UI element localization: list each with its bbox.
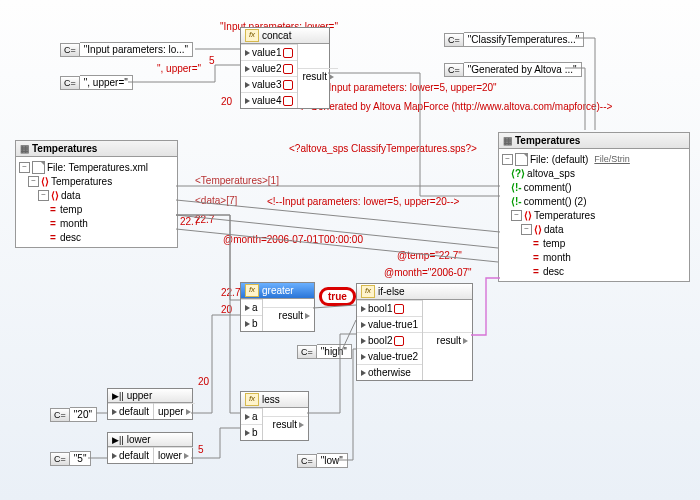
label-22c: 22.7	[221, 287, 240, 298]
comment-icon: ⟨!-	[511, 182, 522, 193]
input-icon: ▶||	[112, 391, 124, 401]
label-month-attr: @month="2006-07"	[384, 267, 472, 278]
less-a[interactable]: a	[241, 408, 262, 424]
func-greater-head[interactable]: fxgreater	[241, 283, 314, 299]
root-row[interactable]: −⟨⟩Temperatures	[501, 208, 687, 222]
ifelse-result[interactable]: result	[423, 332, 472, 348]
greater-result[interactable]: result	[263, 307, 314, 323]
concat-v2[interactable]: value2	[241, 60, 297, 76]
label-comma-upper: ", upper="	[157, 63, 201, 74]
concat-v1[interactable]: value1	[241, 44, 297, 60]
func-less[interactable]: fxless a b result	[240, 391, 309, 441]
concat-v4[interactable]: value4	[241, 92, 297, 108]
const-btn[interactable]: C=	[60, 43, 80, 57]
left-temperatures-panel[interactable]: ▦Temperatures −File: Temperatures.xml −⟨…	[15, 140, 178, 248]
label-sps: <?altova_sps ClassifyTemperatures.sps?>	[289, 143, 477, 154]
desc-row[interactable]: =desc	[18, 230, 175, 244]
func-less-head[interactable]: fxless	[241, 392, 308, 408]
func-upper-head[interactable]: ▶||upper	[108, 389, 192, 403]
ifelse-vt2[interactable]: value-true2	[357, 348, 422, 364]
month-row[interactable]: =month	[501, 250, 687, 264]
upper-default[interactable]: default	[108, 403, 153, 419]
const-low[interactable]: C="low"	[297, 453, 348, 468]
data-row[interactable]: −⟨⟩data	[18, 188, 175, 202]
label-temp-attr: @temp="22.7"	[397, 250, 462, 261]
func-concat[interactable]: fxconcat value1 value2 value3 value4 res…	[240, 27, 330, 109]
const-input-params[interactable]: C="Input parameters: lo..."	[60, 42, 193, 57]
upper-out[interactable]: upper	[154, 403, 195, 419]
sps-row[interactable]: ⟨?⟩altova_sps	[501, 166, 687, 180]
ifelse-bool2[interactable]: bool2	[357, 332, 422, 348]
func-lower[interactable]: ▶||lower defaultlower	[107, 432, 193, 464]
file-icon	[515, 153, 528, 166]
less-b[interactable]: b	[241, 424, 262, 440]
label-5a: 5	[209, 55, 215, 66]
right-temperatures-panel[interactable]: ▦Temperatures −File: (default)File/Strin…	[498, 132, 690, 282]
fx-icon: fx	[245, 393, 259, 406]
lower-default[interactable]: default	[108, 447, 153, 463]
comment1-row[interactable]: ⟨!-comment()	[501, 180, 687, 194]
fx-icon: fx	[361, 285, 375, 298]
file-row[interactable]: −File: Temperatures.xml	[18, 160, 175, 174]
ifelse-bool1[interactable]: bool1	[357, 300, 422, 316]
fx-icon: fx	[245, 284, 259, 297]
element-icon: ⟨⟩	[41, 176, 49, 187]
desc-row[interactable]: =desc	[501, 264, 687, 278]
label-20c: 20	[198, 376, 209, 387]
label-data-tag: <data>[7]	[195, 195, 237, 206]
func-concat-head[interactable]: fxconcat	[241, 28, 329, 44]
file-row[interactable]: −File: (default)File/Strin	[501, 152, 687, 166]
ifelse-otherwise[interactable]: otherwise	[357, 364, 422, 380]
func-upper[interactable]: ▶||upper defaultupper	[107, 388, 193, 420]
label-5c: 5	[198, 444, 204, 455]
label-20b: 20	[221, 304, 232, 315]
fx-icon: fx	[245, 29, 259, 42]
attribute-icon: =	[48, 204, 58, 215]
greater-b[interactable]: b	[241, 315, 262, 331]
lower-out[interactable]: lower	[154, 447, 193, 463]
const-comma-upper[interactable]: C=", upper="	[60, 75, 133, 90]
label-generated-full: <!--Generated by Altova MapForce (http:/…	[295, 101, 612, 112]
left-panel-head[interactable]: ▦Temperatures	[16, 141, 177, 157]
temp-row[interactable]: =temp	[18, 202, 175, 216]
file-link[interactable]: File/Strin	[594, 154, 630, 164]
toggle-icon[interactable]: −	[19, 162, 30, 173]
label-temperatures-tag: <Temperatures>[1]	[195, 175, 279, 186]
greater-a[interactable]: a	[241, 299, 262, 315]
ifelse-vt1[interactable]: value-true1	[357, 316, 422, 332]
month-row[interactable]: =month	[18, 216, 175, 230]
const-5[interactable]: C="5"	[50, 451, 91, 466]
func-if-else[interactable]: fxif-else bool1 value-true1 bool2 value-…	[356, 283, 473, 381]
tree-icon: ▦	[503, 135, 512, 146]
input-icon: ▶||	[112, 435, 124, 445]
const-generated[interactable]: C="Generated by Altova ..."	[444, 62, 582, 77]
func-greater[interactable]: fxgreater a b result	[240, 282, 315, 332]
less-result[interactable]: result	[263, 416, 308, 432]
concat-v3[interactable]: value3	[241, 76, 297, 92]
comment2-row[interactable]: ⟨!-comment() (2)	[501, 194, 687, 208]
concat-result[interactable]: result	[298, 68, 337, 84]
label-input-params-full: "Input parameters: lower=5, upper=20"	[325, 82, 497, 93]
file-icon	[32, 161, 45, 174]
const-20[interactable]: C="20"	[50, 407, 97, 422]
label-22b: 22.7	[180, 216, 199, 227]
const-high[interactable]: C="high"	[297, 344, 352, 359]
label-input-ann: <!--Input parameters: lower=5, upper=20-…	[267, 196, 459, 207]
true-bubble: true	[319, 287, 356, 306]
tree-icon: ▦	[20, 143, 29, 154]
label-month-val: @month=2006-07-01T00:00:00	[223, 234, 363, 245]
pi-icon: ⟨?⟩	[511, 168, 525, 179]
func-ifelse-head[interactable]: fxif-else	[357, 284, 472, 300]
temp-row[interactable]: =temp	[501, 236, 687, 250]
right-panel-head[interactable]: ▦Temperatures	[499, 133, 689, 149]
root-row[interactable]: −⟨⟩Temperatures	[18, 174, 175, 188]
const-classify[interactable]: C="ClassifyTemperatures..."	[444, 32, 584, 47]
func-lower-head[interactable]: ▶||lower	[108, 433, 192, 447]
label-20a: 20	[221, 96, 232, 107]
data-row[interactable]: −⟨⟩data	[501, 222, 687, 236]
